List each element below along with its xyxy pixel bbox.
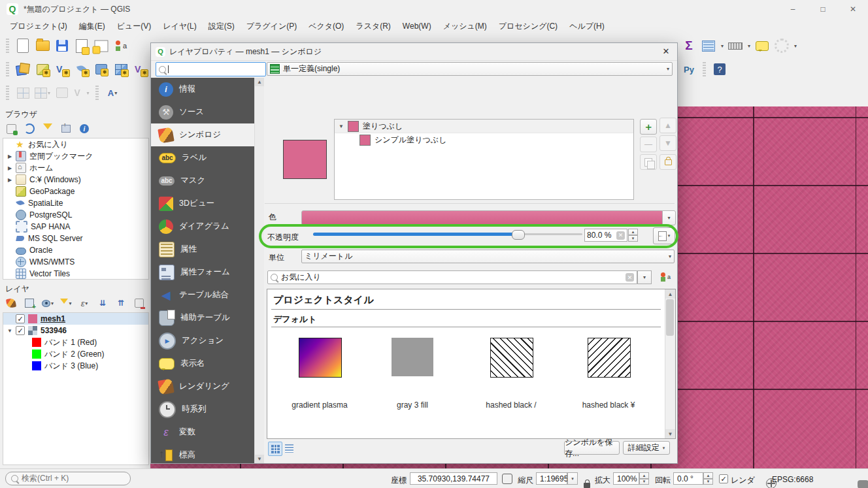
data-source-manager-icon[interactable] [15, 61, 31, 77]
render-checkbox[interactable] [719, 474, 728, 483]
sidebar-item-source[interactable]: ソース [151, 101, 254, 123]
sidebar-item-elevation[interactable]: 標高 [151, 444, 254, 463]
style-panel-scrollbar[interactable]: ▲ ▼ [665, 289, 675, 438]
crs-value[interactable]: EPSG:6668 [772, 475, 813, 484]
new-spatialite-layer-icon[interactable] [74, 61, 90, 77]
manage-map-themes-icon[interactable]: ▾ [42, 297, 54, 309]
opacity-spinner[interactable]: ▲▼ [628, 229, 638, 242]
sidebar-item-3d-view[interactable]: 3Dビュー [151, 192, 254, 215]
sidebar-item-masks[interactable]: マスク [151, 169, 254, 192]
clear-icon[interactable] [616, 231, 625, 240]
data-defined-override-button[interactable]: ▾ [653, 227, 675, 244]
python-console-icon[interactable] [681, 61, 697, 77]
style-item-gradient-plasma[interactable] [299, 338, 342, 378]
style-manager-button[interactable]: a [657, 269, 674, 285]
measure-dropdown[interactable]: ▾ [748, 43, 750, 49]
browser-item-postgresql[interactable]: PostgreSQL [3, 209, 148, 221]
magnifier-spinner[interactable]: ▲▼ [639, 472, 649, 485]
run-feature-action-dropdown[interactable]: ▾ [794, 43, 797, 49]
dialog-close-icon[interactable]: ✕ [655, 43, 677, 59]
layer-row-533946[interactable]: ▼ 533946 [3, 325, 148, 336]
scroll-down-icon[interactable]: ▼ [255, 455, 264, 463]
scroll-up-icon[interactable]: ▲ [255, 78, 264, 86]
sidebar-item-joins[interactable]: テーブル結合 [151, 284, 254, 306]
collapse-all-icon[interactable]: ↑ [60, 123, 72, 135]
rotation-value[interactable]: 0.0 ° [673, 472, 703, 485]
remove-layer-icon[interactable] [133, 297, 145, 309]
help-icon[interactable] [712, 61, 727, 77]
sidebar-item-rendering[interactable]: レンダリング [151, 375, 254, 398]
menu-view[interactable]: ビュー(V) [111, 19, 158, 34]
symbol-tree-root-row[interactable]: ▼ 塗りつぶし [335, 120, 633, 133]
browser-item-favorites[interactable]: お気に入り [3, 138, 148, 150]
statistical-summary-icon[interactable]: Σ [681, 38, 697, 54]
browser-item-spatialite[interactable]: SpatiaLite [3, 197, 148, 209]
menu-plugins[interactable]: プラグイン(P) [241, 19, 303, 34]
toolbar-grip[interactable] [6, 86, 9, 100]
minimize-button[interactable]: – [778, 0, 808, 18]
attribute-table-icon[interactable] [701, 38, 716, 54]
style-item-gray-3-fill[interactable] [392, 338, 433, 376]
browser-item-mssql[interactable]: MS SQL Server [3, 233, 148, 244]
tree-expander-icon[interactable]: ▼ [339, 123, 344, 129]
measure-icon[interactable] [727, 38, 743, 54]
menu-processing[interactable]: プロセシング(C) [493, 19, 563, 34]
layer-checkbox-mesh1[interactable] [16, 314, 25, 323]
browser-item-c-drive[interactable]: ▶C:¥ (Windows) [3, 174, 148, 186]
open-layer-styling-icon[interactable] [5, 297, 17, 309]
locator-search-input[interactable]: 検索(Ctrl + K) [5, 472, 131, 485]
filter-by-expression-icon[interactable]: ε▾ [78, 297, 90, 309]
open-project-icon[interactable] [35, 38, 50, 54]
menu-settings[interactable]: 設定(S) [203, 19, 241, 34]
messages-icon[interactable] [858, 480, 868, 488]
slider-handle[interactable] [512, 230, 525, 240]
browser-item-geopackage[interactable]: GeoPackage [3, 186, 148, 197]
renderer-combobox[interactable]: 単一定義(single) ▾ [267, 62, 673, 76]
properties-icon[interactable]: i [78, 123, 90, 135]
menu-layer[interactable]: レイヤ(L) [157, 19, 203, 34]
sidebar-item-symbology[interactable]: シンボロジ [151, 123, 254, 146]
menu-edit[interactable]: 編集(E) [73, 19, 111, 34]
add-symbol-layer-button[interactable]: ＋ [640, 119, 657, 135]
toolbar-grip[interactable] [6, 62, 9, 76]
browser-item-sap-hana[interactable]: SAP HANA [3, 221, 148, 233]
style-filter-dropdown[interactable]: ▾ [637, 270, 652, 284]
list-view-toggle[interactable] [282, 442, 295, 455]
menu-raster[interactable]: ラスタ(R) [350, 19, 397, 34]
color-dropdown-icon[interactable]: ▾ [662, 210, 676, 225]
lock-scale-icon[interactable] [584, 483, 590, 488]
scroll-down-icon[interactable]: ▼ [665, 429, 675, 438]
coordinate-value[interactable]: 35.70930,139.74477 [410, 472, 497, 485]
add-group-icon[interactable]: + [24, 297, 35, 309]
new-virtual-layer-icon[interactable] [93, 61, 109, 77]
sidebar-item-information[interactable]: 情報 [151, 78, 254, 101]
save-project-icon[interactable] [54, 38, 70, 54]
filter-legend-icon[interactable]: ▾ [60, 297, 72, 309]
save-symbol-button[interactable]: シンボルを保存... [564, 441, 620, 455]
refresh-icon[interactable] [24, 123, 35, 135]
toolbar-grip[interactable] [6, 39, 9, 53]
properties-search-input[interactable] [156, 62, 266, 76]
new-shapefile-layer-icon[interactable] [54, 61, 70, 77]
scale-combobox[interactable]: 1:19695 [536, 472, 567, 485]
rotation-spinner[interactable]: ▲▼ [703, 472, 713, 485]
expand-all-icon[interactable]: ⇊ [97, 297, 108, 309]
browser-item-wms[interactable]: WMS/WMTS [3, 256, 148, 268]
sidebar-item-auxiliary-storage[interactable]: 補助テーブル [151, 306, 254, 329]
layer-row-band2[interactable]: バンド 2 (Green) [3, 348, 148, 360]
new-project-icon[interactable] [15, 38, 31, 54]
close-button[interactable]: ✕ [838, 0, 868, 18]
maximize-button[interactable]: □ [808, 0, 838, 18]
new-mesh-layer-icon[interactable] [113, 61, 129, 77]
menu-vector[interactable]: ベクタ(O) [303, 19, 350, 34]
menu-help[interactable]: ヘルプ(H) [563, 19, 610, 34]
toolbar-grip[interactable] [703, 62, 706, 76]
filter-browser-icon[interactable] [42, 123, 54, 135]
style-item-hashed-black-forward[interactable] [490, 338, 533, 378]
collapse-all-layers-icon[interactable]: ⇈ [115, 297, 127, 309]
layer-row-band1[interactable]: バンド 1 (Red) [3, 336, 148, 348]
layer-row-band3[interactable]: バンド 3 (Blue) [3, 360, 148, 372]
advanced-button[interactable]: 詳細設定▾ [623, 441, 670, 455]
map-tips-icon[interactable] [754, 38, 770, 54]
sidebar-item-display-name[interactable]: 表示名 [151, 352, 254, 375]
